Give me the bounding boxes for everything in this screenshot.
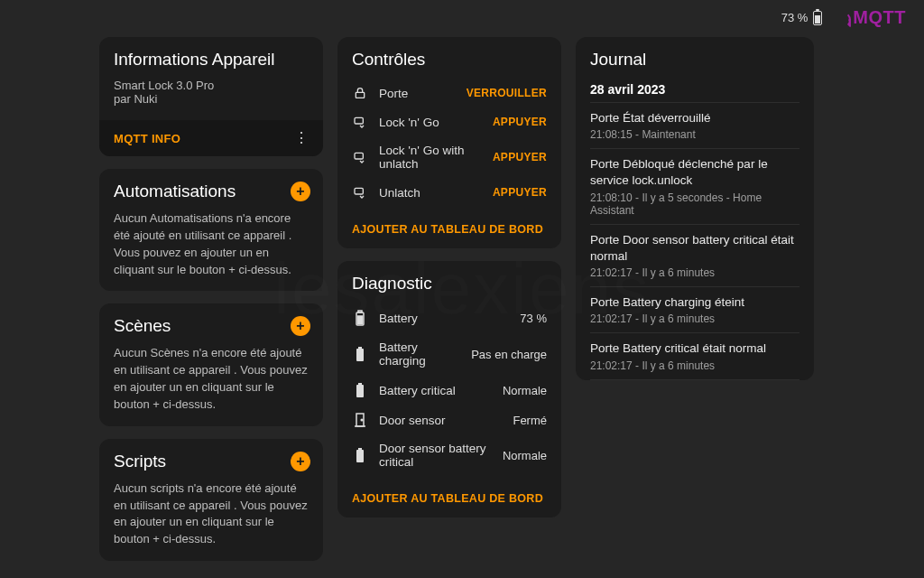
automations-card: + Automatisations Aucun Automatisations … xyxy=(99,169,323,291)
journal-item-meta: 21:02:17 - Il y a 6 minutes xyxy=(590,312,799,325)
diag-row-battery-charging[interactable]: Battery charging Pas en charge xyxy=(352,333,547,375)
status-bar: 73 % MQTT xyxy=(0,0,924,32)
diag-label: Door sensor battery critical xyxy=(379,442,492,469)
control-label: Lock 'n' Go xyxy=(379,116,482,129)
control-row-porte[interactable]: Porte VERROUILLER xyxy=(352,79,547,107)
journal-item-meta: 21:08:15 - Maintenant xyxy=(590,128,799,141)
diag-row-battery-critical[interactable]: Battery critical Normale xyxy=(352,375,547,406)
control-action[interactable]: APPUYER xyxy=(493,116,547,128)
scripts-body: Aucun scripts n'a encore été ajouté en u… xyxy=(114,480,309,548)
svg-rect-6 xyxy=(358,316,363,324)
journal-item-title: Porte Débloqué déclenché par le service … xyxy=(590,156,799,189)
svg-rect-10 xyxy=(358,383,362,385)
battery-full-icon xyxy=(352,382,368,398)
journal-item[interactable]: Porte État déverrouillé 21:08:15 - Maint… xyxy=(590,102,799,148)
control-label: Lock 'n' Go with unlatch xyxy=(379,144,482,171)
automations-body: Aucun Automatisations n'a encore été ajo… xyxy=(114,210,309,278)
diag-label: Door sensor xyxy=(379,414,502,427)
control-action[interactable]: APPUYER xyxy=(493,151,547,163)
diag-row-door-sensor-battery-critical[interactable]: Door sensor battery critical Normale xyxy=(352,434,547,476)
mqtt-logo: MQTT xyxy=(833,7,906,28)
add-script-button[interactable]: + xyxy=(291,452,310,471)
diag-row-battery[interactable]: Battery 73 % xyxy=(352,303,547,333)
svg-rect-9 xyxy=(356,385,364,397)
more-options-icon[interactable]: ⋮ xyxy=(294,131,309,145)
gesture-icon xyxy=(352,185,368,200)
diagnostic-card: Diagnostic Battery 73 % Battery charging… xyxy=(337,261,561,517)
battery-full-icon xyxy=(352,346,368,362)
diagnostic-add-dashboard-button[interactable]: AJOUTER AU TABLEAU DE BORD xyxy=(352,481,547,505)
diag-value: 73 % xyxy=(520,312,547,325)
svg-rect-0 xyxy=(356,92,364,98)
battery-icon xyxy=(813,11,822,25)
device-model: Smart Lock 3.0 Pro xyxy=(114,79,309,92)
mqtt-label: MQTT xyxy=(853,7,906,28)
controls-add-dashboard-button[interactable]: AJOUTER AU TABLEAU DE BORD xyxy=(352,212,547,236)
journal-item-meta: 21:02:17 - Il y a 6 minutes xyxy=(590,266,799,279)
svg-point-13 xyxy=(361,419,363,421)
svg-rect-5 xyxy=(358,311,362,312)
journal-item[interactable]: Porte Door sensor battery critical était… xyxy=(590,224,799,286)
journal-item-title: Porte Door sensor battery critical était… xyxy=(590,232,799,265)
diagnostic-title: Diagnostic xyxy=(352,274,547,294)
add-automation-button[interactable]: + xyxy=(291,182,310,201)
controls-title: Contrôles xyxy=(352,50,547,70)
diag-label: Battery charging xyxy=(379,340,460,368)
svg-rect-1 xyxy=(355,117,363,124)
battery-full-icon xyxy=(352,447,368,463)
controls-card: Contrôles Porte VERROUILLER Lock 'n' Go … xyxy=(337,37,561,248)
journal-item-title: Porte Battery critical était normal xyxy=(590,340,799,357)
diag-label: Battery critical xyxy=(379,384,492,397)
journal-title: Journal xyxy=(590,50,799,70)
gesture-icon xyxy=(352,115,368,129)
battery-percent-text: 73 % xyxy=(781,11,808,24)
svg-rect-14 xyxy=(356,450,364,462)
journal-card: Journal 28 avril 2023 Porte État déverro… xyxy=(576,37,814,380)
control-action[interactable]: VERROUILLER xyxy=(467,87,547,99)
journal-date: 28 avril 2023 xyxy=(590,79,799,102)
journal-item[interactable]: Porte Débloqué déclenché par le service … xyxy=(590,148,799,223)
device-info-card: Informations Appareil Smart Lock 3.0 Pro… xyxy=(99,37,323,156)
scripts-title: Scripts xyxy=(114,452,309,471)
mqtt-info-button[interactable]: MQTT INFO xyxy=(114,132,180,145)
svg-rect-8 xyxy=(358,347,362,349)
scripts-card: + Scripts Aucun scripts n'a encore été a… xyxy=(99,439,323,561)
journal-item-title: Porte Battery charging éteint xyxy=(590,294,799,311)
scenes-body: Aucun Scènes n'a encore été ajouté en ut… xyxy=(114,345,309,413)
journal-item[interactable]: Porte Battery critical était normal 21:0… xyxy=(590,332,799,378)
automations-title: Automatisations xyxy=(114,182,309,201)
journal-item[interactable]: Porte Door sensor était fermé xyxy=(590,379,799,380)
svg-rect-2 xyxy=(355,153,363,159)
diag-value: Fermé xyxy=(513,414,547,427)
journal-item-meta: 21:02:17 - Il y a 6 minutes xyxy=(590,359,799,372)
door-icon xyxy=(352,413,368,427)
diag-value: Normale xyxy=(503,384,547,397)
journal-item-title: Porte État déverrouillé xyxy=(590,110,799,126)
lock-icon xyxy=(352,86,368,100)
diag-value: Pas en charge xyxy=(471,348,547,361)
control-row-unlatch[interactable]: Unlatch APPUYER xyxy=(352,178,547,207)
svg-rect-3 xyxy=(355,188,363,194)
diag-label: Battery xyxy=(379,312,509,325)
control-row-lockngo-unlatch[interactable]: Lock 'n' Go with unlatch APPUYER xyxy=(352,136,547,178)
control-label: Unlatch xyxy=(379,186,482,200)
diag-row-door-sensor[interactable]: Door sensor Fermé xyxy=(352,406,547,434)
journal-item-meta: 21:08:10 - Il y a 5 secondes - Home Assi… xyxy=(590,191,799,217)
battery-status: 73 % xyxy=(781,11,823,25)
scenes-card: + Scènes Aucun Scènes n'a encore été ajo… xyxy=(99,303,323,425)
control-label: Porte xyxy=(379,87,456,100)
svg-rect-15 xyxy=(358,448,362,450)
diag-value: Normale xyxy=(503,449,547,462)
scenes-title: Scènes xyxy=(114,316,309,336)
journal-item[interactable]: Porte Battery charging éteint 21:02:17 -… xyxy=(590,286,799,332)
device-maker: par Nuki xyxy=(114,92,309,106)
control-action[interactable]: APPUYER xyxy=(493,186,547,199)
svg-rect-7 xyxy=(356,349,364,361)
gesture-icon xyxy=(352,150,368,164)
battery-icon xyxy=(352,310,368,326)
rss-icon xyxy=(833,10,849,26)
control-row-lockngo[interactable]: Lock 'n' Go APPUYER xyxy=(352,107,547,136)
device-info-title: Informations Appareil xyxy=(114,50,309,70)
